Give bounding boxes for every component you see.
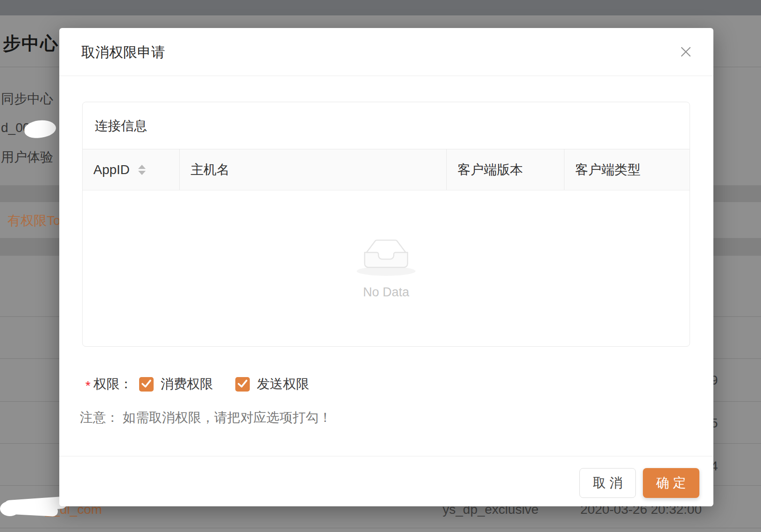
confirm-button[interactable]: 确 定 [643, 468, 699, 498]
consume-permission-checkbox[interactable] [139, 377, 154, 392]
divider [0, 528, 761, 528]
column-header-label: 客户端版本 [458, 161, 523, 179]
no-data-text: No Data [363, 285, 409, 300]
consume-permission-label[interactable]: 消费权限 [161, 375, 213, 393]
column-header-hostname: 主机名 [180, 149, 447, 190]
background-form-label: 同步中心 [1, 90, 53, 108]
background-topic-link[interactable]: 有权限Top [7, 212, 68, 230]
send-permission-checkbox[interactable] [235, 377, 250, 392]
card-section-header: 连接信息 [83, 102, 690, 149]
column-header-label: AppID [93, 162, 130, 177]
column-header-client-type: 客户端类型 [564, 149, 690, 190]
permission-field-label: 权限： [93, 375, 133, 393]
column-header-label: 主机名 [190, 161, 230, 179]
background-form-label: 用户体验 [1, 148, 53, 166]
background-page-title: 步中心 [3, 32, 59, 56]
connection-info-card: 连接信息 AppID 主机名 客户端版本 客户端类型 [82, 102, 690, 347]
caret-down-icon [138, 171, 146, 175]
close-button[interactable] [678, 44, 694, 60]
footer-divider [59, 456, 713, 456]
permission-field-row: * 权限： 消费权限 发送权限 [85, 376, 309, 392]
caret-up-icon [138, 165, 146, 169]
table-header-row: AppID 主机名 客户端版本 客户端类型 [83, 149, 690, 190]
caret-up-down-icon[interactable] [138, 165, 146, 175]
x-icon [679, 45, 693, 60]
column-header-client-version: 客户端版本 [447, 149, 564, 190]
note-text: 注意： 如需取消权限，请把对应选项打勾！ [80, 409, 332, 427]
required-asterisk: * [85, 378, 91, 393]
background-top-bar [0, 0, 761, 15]
column-header-label: 客户端类型 [575, 161, 641, 179]
cancel-permission-dialog: 取消权限申请 连接信息 AppID [59, 28, 713, 506]
column-header-appid[interactable]: AppID [83, 149, 180, 190]
checkmark-icon [235, 376, 250, 392]
table-empty-state: No Data [83, 190, 690, 346]
redaction-scribble [0, 501, 20, 516]
dialog-header: 取消权限申请 [59, 28, 713, 76]
empty-inbox-icon [353, 237, 419, 279]
screen: 步中心 同步中心 d_000 用户体验 有权限Top 9 5 4 me__dl_… [0, 0, 761, 532]
checkmark-icon [139, 376, 154, 392]
cancel-button[interactable]: 取 消 [579, 468, 636, 498]
dialog-title: 取消权限申请 [81, 28, 165, 76]
send-permission-label[interactable]: 发送权限 [257, 375, 309, 393]
card-section-title: 连接信息 [83, 102, 690, 149]
